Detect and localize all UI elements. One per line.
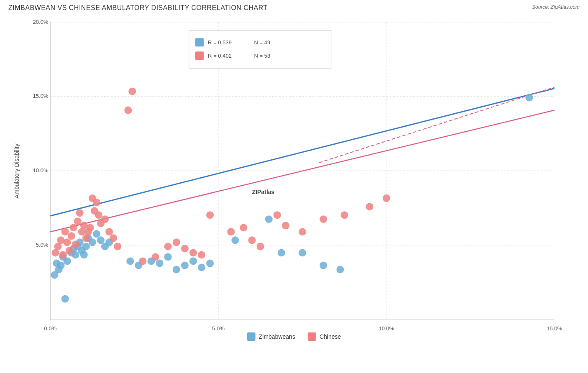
dot-pink xyxy=(87,224,94,231)
legend-item-chinese: Chinese xyxy=(308,332,341,341)
x-label-15: 15.0% xyxy=(547,325,562,332)
legend-swatch-blue xyxy=(247,332,256,341)
dot-blue xyxy=(64,257,71,265)
dot-blue xyxy=(97,236,105,244)
legend-swatch-pink xyxy=(308,332,316,341)
dot-pink xyxy=(72,240,79,248)
dot-blue xyxy=(126,257,134,265)
y-label-5: 5.0% xyxy=(36,242,49,248)
chart-title: ZIMBABWEAN VS CHINESE AMBULATORY DISABIL… xyxy=(8,4,580,12)
dot-blue xyxy=(61,295,69,303)
dot-pink xyxy=(76,209,84,217)
legend-label-zimbabweans: Zimbabweans xyxy=(259,333,295,340)
chart-area: .grid-line { stroke: #e0e0e0; stroke-wid… xyxy=(8,14,580,345)
dot-blue xyxy=(278,249,285,256)
dot-blue xyxy=(93,230,100,238)
dot-pink xyxy=(139,257,146,265)
dot-blue xyxy=(320,261,327,269)
dot-pink xyxy=(299,228,306,235)
dot-pink xyxy=(383,194,390,202)
dot-pink xyxy=(189,249,197,256)
dot-blue xyxy=(198,264,205,271)
dot-pink xyxy=(114,243,121,250)
trend-line-pink-solid xyxy=(50,110,554,232)
dot-pink xyxy=(206,211,214,219)
x-label-10: 10.0% xyxy=(378,325,394,332)
y-label-20: 20.0% xyxy=(33,19,48,25)
dot-pink xyxy=(257,243,264,250)
dot-blue xyxy=(181,261,189,269)
legend-pink-r: R = 0.402 xyxy=(208,53,232,59)
dot-pink xyxy=(93,199,100,206)
dot-pink xyxy=(320,215,327,223)
dot-blue xyxy=(299,249,306,256)
legend-box xyxy=(189,31,332,68)
dot-pink xyxy=(70,224,77,231)
dot-pink xyxy=(282,222,289,229)
y-label-10: 10.0% xyxy=(33,167,48,174)
dot-blue xyxy=(156,259,164,267)
legend-item-zimbabweans: Zimbabweans xyxy=(247,332,295,341)
dot-pink xyxy=(173,238,180,246)
dot-pink xyxy=(227,228,235,235)
chart-container: ZIMBABWEAN VS CHINESE AMBULATORY DISABIL… xyxy=(0,0,588,373)
dot-pink xyxy=(164,243,172,250)
legend-pink-n: N = 58 xyxy=(254,53,271,59)
dot-pink xyxy=(68,232,75,240)
dot-pink xyxy=(181,245,189,252)
dot-pink xyxy=(248,236,256,244)
dot-pink xyxy=(240,224,247,231)
dot-blue xyxy=(231,236,239,244)
dot-blue xyxy=(265,215,273,223)
legend-blue-r: R = 0.539 xyxy=(208,39,232,46)
dot-pink xyxy=(110,234,117,242)
legend-label-chinese: Chinese xyxy=(320,333,341,340)
dot-blue xyxy=(525,94,533,101)
dot-pink xyxy=(152,253,159,261)
dot-pink xyxy=(95,211,102,219)
watermark: ZIPatlas xyxy=(252,189,275,195)
dot-blue xyxy=(336,266,344,273)
legend-blue-swatch xyxy=(195,38,204,46)
dot-pink xyxy=(61,228,69,235)
dot-pink xyxy=(59,251,67,258)
dot-pink xyxy=(64,238,71,246)
dot-pink xyxy=(66,247,73,254)
dot-blue xyxy=(57,261,65,269)
dot-blue xyxy=(82,243,90,250)
dot-blue xyxy=(173,266,180,273)
y-axis-title: Ambulatory Disability xyxy=(13,144,20,199)
legend-container: Zimbabweans Chinese xyxy=(247,332,341,341)
dot-pink xyxy=(105,228,113,235)
legend-blue-n: N = 49 xyxy=(254,39,271,46)
dot-blue xyxy=(189,257,197,265)
trend-line-pink-dashed xyxy=(319,87,554,162)
dot-pink xyxy=(274,211,281,219)
dot-pink xyxy=(366,203,373,210)
dot-pink xyxy=(198,251,205,258)
scatter-plot: .grid-line { stroke: #e0e0e0; stroke-wid… xyxy=(8,14,580,345)
dot-pink xyxy=(128,87,136,95)
dot-blue xyxy=(206,259,214,267)
dot-pink xyxy=(124,107,132,114)
legend-pink-swatch xyxy=(195,51,204,60)
dot-blue xyxy=(164,253,172,261)
dot-blue xyxy=(72,251,79,258)
dot-pink xyxy=(101,215,109,223)
x-label-0: 0.0% xyxy=(44,325,57,332)
source-text: Source: ZipAtlas.com xyxy=(532,4,580,10)
dot-blue xyxy=(80,251,88,258)
y-label-15: 15.0% xyxy=(33,93,48,100)
dot-pink xyxy=(74,217,82,225)
dot-pink xyxy=(340,211,348,219)
dot-blue xyxy=(89,238,96,246)
x-label-5: 5.0% xyxy=(212,325,225,332)
